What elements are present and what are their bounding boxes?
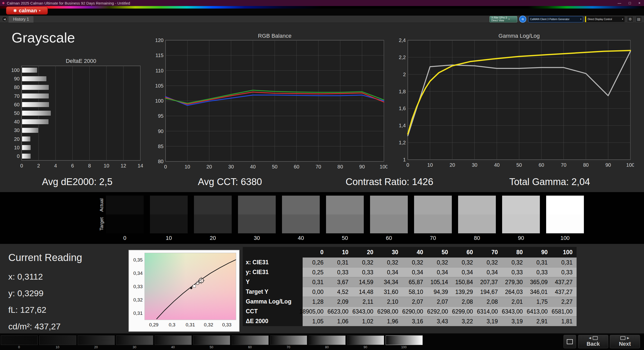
monitor-icon [593, 336, 598, 340]
swatch-actual [326, 196, 364, 214]
table-cell: 3,19 [502, 316, 527, 326]
pattern-level-label: 20 [78, 345, 114, 349]
svg-text:50: 50 [272, 164, 277, 169]
svg-text:70: 70 [315, 164, 321, 169]
table-header-cell: 70 [477, 247, 502, 257]
svg-text:30: 30 [14, 127, 20, 133]
svg-text:0,29: 0,29 [149, 322, 158, 327]
layout-button[interactable]: ▤ [635, 16, 642, 22]
svg-text:6: 6 [71, 163, 74, 168]
current-reading-title: Current Reading [8, 252, 82, 263]
current-reading-panel: Current Reading x: 0,3112 y: 0,3299 fL: … [8, 252, 82, 338]
table-cell: 0,31 [527, 257, 552, 267]
pattern-level-60[interactable] [232, 335, 269, 345]
monitor-icon [620, 336, 625, 340]
svg-text:80: 80 [337, 164, 343, 169]
svg-text:100: 100 [11, 67, 20, 73]
svg-text:90: 90 [605, 162, 611, 168]
table-cell: 0,33 [552, 267, 577, 277]
pattern-level-40[interactable] [155, 335, 192, 345]
calman-menu-button[interactable]: ✱ calman ▾ [6, 7, 48, 15]
table-cell: 3,19 [477, 316, 502, 326]
chevron-down-icon: ▾ [580, 18, 581, 20]
table-cell: 1,75 [527, 297, 552, 307]
table-cell: 105,14 [427, 277, 452, 287]
pattern-level-70[interactable] [270, 335, 307, 345]
app-icon: ✱ [2, 1, 5, 5]
pattern-window-button[interactable] [564, 335, 576, 348]
svg-text:40: 40 [494, 162, 500, 168]
svg-text:0: 0 [20, 163, 23, 168]
pattern-level-10[interactable] [39, 335, 76, 345]
table-cell: 2,10 [377, 297, 402, 307]
svg-text:20: 20 [14, 136, 20, 142]
logo-band [0, 9, 644, 16]
swatch-actual [282, 196, 320, 214]
table-cell: 0,32 [377, 257, 402, 267]
pattern-source-button[interactable]: CalMAN Client 3 Pattern Generator ▾ [528, 16, 583, 22]
swatch-target [414, 214, 452, 233]
swatch-row-label-target: Target [99, 214, 105, 233]
measurement-table: 0102030405060708090100x: CIE310,260,310,… [243, 247, 577, 326]
table-cell: 34,34 [377, 277, 402, 287]
pattern-level-80[interactable] [309, 335, 346, 345]
spectrum-strip [0, 6, 644, 9]
table-cell: 437,27 [552, 287, 577, 297]
rgb-balance-chart: RGB Balance01020304050607080901008085909… [153, 33, 387, 170]
swatch-target [370, 214, 408, 233]
pattern-level-30[interactable] [116, 335, 153, 345]
calman-menu-label: calman [19, 8, 37, 14]
table-cell: 437,27 [552, 277, 577, 287]
grayscale-swatch-60 [370, 196, 408, 233]
display-control-button[interactable]: Direct Display Control ▾ [585, 16, 625, 22]
swatch-label: 100 [546, 235, 584, 241]
tab-label: History 1 [13, 17, 29, 22]
pattern-level-90[interactable] [347, 335, 384, 345]
pattern-level-50[interactable] [193, 335, 230, 345]
swatch-label: 10 [150, 235, 188, 241]
svg-text:2,4: 2,4 [399, 37, 406, 43]
next-button[interactable]: ▶ Next [610, 335, 640, 348]
table-cell: 2,08 [452, 297, 477, 307]
table-cell: 264,03 [502, 287, 527, 297]
table-cell: 0,32 [502, 257, 527, 267]
grid-icon: ▤ [637, 17, 640, 21]
svg-text:4: 4 [54, 163, 57, 168]
pattern-level-0[interactable] [1, 335, 38, 345]
pattern-level-label: 50 [193, 345, 230, 349]
table-header-cell: 30 [377, 247, 402, 257]
grayscale-swatch-40 [282, 196, 320, 233]
minimize-button[interactable]: — [618, 1, 621, 5]
history-back-button[interactable]: ◀ [2, 16, 7, 22]
meter-select-button[interactable]: X-Rite i1Pro 3 Direct View ▾ [490, 16, 517, 22]
svg-text:50: 50 [14, 110, 20, 116]
table-cell: 31,60 [377, 287, 402, 297]
display-control-label: Direct Display Control [588, 18, 612, 21]
svg-text:0,35: 0,35 [133, 257, 143, 262]
window-title: Calman 2025 Calman Ultimate for Business… [7, 1, 130, 5]
swatch-target [194, 214, 232, 233]
pattern-level-label: 80 [309, 345, 345, 349]
stat-contrast-ratio: Contrast Ratio: 1426 [324, 177, 455, 187]
settings-gear-button[interactable]: ⚙ [627, 16, 633, 22]
table-cell: 346,01 [527, 287, 552, 297]
calman-flower-icon: ✱ [13, 8, 17, 13]
pattern-level-label: 100 [386, 345, 422, 349]
maximize-button[interactable]: □ [629, 1, 631, 5]
table-row-label: Y [243, 277, 303, 287]
table-header-cell: 10 [328, 247, 352, 257]
table-cell: 6343,00 [352, 307, 377, 316]
back-button[interactable]: ◀ Back [578, 335, 608, 348]
pattern-level-100[interactable] [386, 335, 423, 345]
pattern-level-20[interactable] [78, 335, 115, 345]
table-cell: 6290,00 [402, 307, 427, 316]
table-header-cell: 60 [452, 247, 477, 257]
svg-text:100: 100 [380, 164, 387, 169]
tab-history-1[interactable]: History 1 [9, 16, 33, 23]
svg-text:80: 80 [583, 162, 589, 168]
table-cell: 4,52 [328, 287, 352, 297]
grayscale-swatch-90 [502, 196, 540, 233]
svg-text:0,34: 0,34 [133, 271, 143, 276]
close-button[interactable]: × [638, 1, 640, 5]
table-cell: 1,02 [352, 316, 377, 326]
